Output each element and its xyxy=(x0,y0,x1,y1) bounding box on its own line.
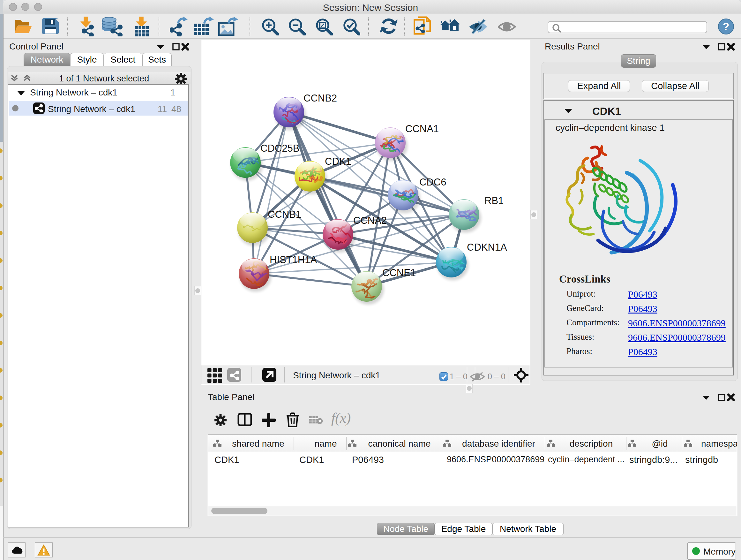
svg-text:CCNB2: CCNB2 xyxy=(304,92,337,104)
svg-text:CDKN1A: CDKN1A xyxy=(467,242,507,253)
svg-text:CDC25B: CDC25B xyxy=(260,143,299,154)
svg-text:RB1: RB1 xyxy=(484,195,503,206)
svg-text:HIST1H1A: HIST1H1A xyxy=(270,254,317,265)
svg-text:CDK1: CDK1 xyxy=(325,156,351,167)
svg-text:CDC6: CDC6 xyxy=(419,177,446,188)
svg-text:CCNA2: CCNA2 xyxy=(353,215,387,226)
svg-text:CCNB1: CCNB1 xyxy=(268,209,301,220)
svg-text:CCNA1: CCNA1 xyxy=(405,123,439,134)
svg-text:CCNE1: CCNE1 xyxy=(382,267,416,278)
